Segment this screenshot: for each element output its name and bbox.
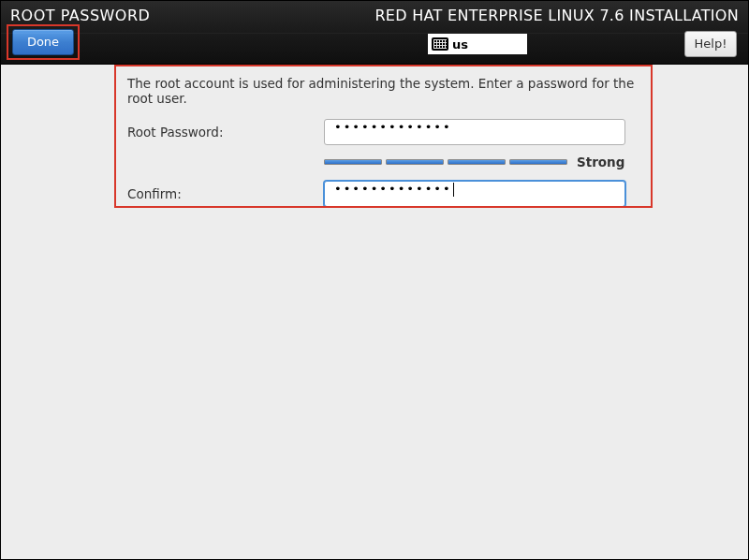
done-button[interactable]: Done: [12, 29, 74, 55]
root-password-input[interactable]: •••••••••••••: [324, 119, 625, 145]
root-password-row: Root Password: •••••••••••••: [127, 119, 640, 145]
keyboard-layout-label: us: [452, 37, 468, 52]
strength-seg-1: [324, 159, 382, 165]
page-title: ROOT PASSWORD: [10, 7, 150, 24]
confirm-label: Confirm:: [127, 186, 324, 201]
strength-label: Strong: [577, 155, 624, 169]
strength-seg-2: [386, 159, 444, 165]
root-password-label: Root Password:: [127, 125, 324, 140]
root-password-value: •••••••••••••: [334, 120, 452, 134]
keyboard-icon: [432, 37, 448, 51]
strength-row: Strong: [324, 155, 640, 169]
strength-bar: [324, 159, 567, 165]
strength-seg-3: [448, 159, 506, 165]
text-cursor: [453, 183, 454, 197]
root-password-form: The root account is used for administeri…: [127, 76, 640, 216]
instruction-text: The root account is used for administeri…: [127, 76, 640, 106]
confirm-password-value: •••••••••••••: [334, 182, 452, 196]
confirm-row: Confirm: •••••••••••••: [127, 181, 640, 207]
installer-title: RED HAT ENTERPRISE LINUX 7.6 INSTALLATIO…: [374, 7, 739, 24]
confirm-password-input[interactable]: •••••••••••••: [324, 181, 625, 207]
keyboard-layout-selector[interactable]: us: [428, 34, 527, 54]
header-bar: ROOT PASSWORD RED HAT ENTERPRISE LINUX 7…: [1, 1, 748, 65]
help-button[interactable]: Help!: [684, 31, 737, 57]
strength-seg-4: [509, 159, 567, 165]
